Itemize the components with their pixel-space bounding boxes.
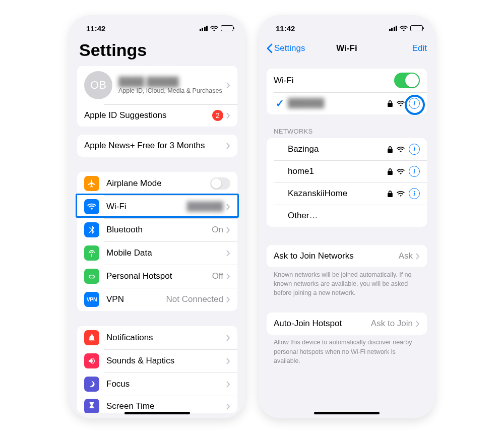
networks-header: Networks: [267, 126, 427, 138]
wifi-toggle[interactable]: [394, 73, 420, 88]
info-button[interactable]: i: [409, 188, 420, 199]
apple-id-suggestions-row[interactable]: Apple ID Suggestions 2: [77, 104, 237, 127]
wifi-status-icon: [210, 25, 218, 31]
wifi-signal-icon: [397, 100, 405, 106]
info-button[interactable]: i: [409, 98, 420, 109]
lock-icon: [388, 168, 393, 175]
network-row[interactable]: KazanskiiHomei: [267, 182, 427, 205]
chevron-right-icon: [226, 381, 230, 388]
vpn-label: VPN: [106, 294, 166, 304]
vpn-value: Not Connected: [166, 294, 223, 304]
wifi-toggle-label: Wi-Fi: [274, 76, 394, 86]
phone-wifi: 11:42 Settings Wi-Fi Edit Wi-Fi ✓ ██████: [259, 15, 435, 418]
wifi-status-icon: [400, 25, 408, 31]
moon-icon: [84, 377, 99, 392]
connected-network-name: ██████: [288, 98, 324, 108]
home-indicator[interactable]: [124, 412, 190, 414]
network-row[interactable]: Bazingai: [267, 138, 427, 160]
chevron-right-icon: [226, 403, 230, 410]
hotspot-icon: [84, 269, 99, 284]
avatar: OB: [84, 71, 112, 99]
airplane-icon: [84, 176, 99, 191]
status-bar: 11:42: [259, 15, 435, 37]
focus-row[interactable]: Focus: [77, 373, 237, 396]
sounds-label: Sounds & Haptics: [106, 356, 226, 366]
network-name: home1: [288, 166, 388, 176]
personal-hotspot-row[interactable]: Personal Hotspot Off: [77, 265, 237, 288]
apple-id-row[interactable]: OB ████ █████ Apple ID, iCloud, Media & …: [77, 66, 237, 104]
home-indicator[interactable]: [314, 412, 380, 414]
lock-icon: [388, 100, 393, 107]
chevron-right-icon: [226, 204, 230, 210]
cellular-signal-icon: [389, 26, 398, 31]
profile-subtitle: Apple ID, iCloud, Media & Purchases: [118, 87, 226, 94]
chevron-right-icon: [226, 112, 230, 119]
battery-icon: [221, 25, 233, 31]
nav-bar: Settings Wi-Fi Edit: [259, 37, 435, 59]
airplane-label: Airplane Mode: [106, 178, 210, 189]
sounds-haptics-row[interactable]: Sounds & Haptics: [77, 349, 237, 373]
status-indicators: [389, 25, 423, 31]
hourglass-icon: [84, 399, 99, 413]
badge: 2: [212, 110, 223, 121]
auto-join-label: Auto-Join Hotspot: [274, 319, 371, 329]
apple-news-promo-row[interactable]: Apple News+ Free for 3 Months: [77, 135, 237, 157]
chevron-right-icon: [226, 227, 230, 233]
wifi-row[interactable]: Wi-Fi ██████: [77, 195, 237, 218]
bluetooth-row[interactable]: Bluetooth On: [77, 218, 237, 241]
info-button[interactable]: i: [409, 144, 420, 155]
apple-id-suggestions-label: Apple ID Suggestions: [84, 110, 212, 120]
back-button[interactable]: Settings: [267, 43, 305, 53]
status-time: 11:42: [86, 24, 105, 33]
chevron-right-icon: [226, 82, 230, 89]
screen-time-row[interactable]: Screen Time: [77, 396, 237, 413]
nav-title: Wi-Fi: [336, 43, 357, 53]
other-network-row[interactable]: Other…: [267, 205, 427, 227]
ask-to-join-row[interactable]: Ask to Join Networks Ask: [267, 245, 427, 267]
airplane-mode-row[interactable]: Airplane Mode: [77, 172, 237, 195]
back-label: Settings: [274, 43, 305, 53]
chevron-right-icon: [226, 143, 230, 149]
edit-button[interactable]: Edit: [412, 43, 427, 53]
chevron-right-icon: [416, 321, 420, 327]
connected-network-row[interactable]: ✓ ██████ i: [267, 92, 427, 114]
wifi-icon: [84, 199, 99, 214]
chevron-right-icon: [416, 253, 420, 260]
ask-to-join-value: Ask: [399, 251, 413, 261]
mobile-data-row[interactable]: Mobile Data: [77, 241, 237, 265]
promo-label: Apple News+ Free for 3 Months: [84, 141, 226, 151]
focus-label: Focus: [106, 379, 226, 389]
lock-icon: [388, 146, 393, 153]
lock-icon: [388, 191, 393, 197]
screen-time-label: Screen Time: [106, 401, 226, 411]
network-name: KazanskiiHome: [288, 189, 388, 199]
network-name: Bazinga: [288, 144, 388, 154]
status-indicators: [200, 25, 234, 31]
wifi-signal-icon: [397, 191, 405, 197]
hotspot-label: Personal Hotspot: [106, 271, 212, 281]
page-title: Settings: [69, 37, 245, 66]
auto-join-hotspot-row[interactable]: Auto-Join Hotspot Ask to Join: [267, 313, 427, 335]
wifi-signal-icon: [397, 168, 405, 174]
auto-join-footer: Allow this device to automatically disco…: [267, 335, 427, 365]
network-row[interactable]: home1i: [267, 160, 427, 182]
status-bar: 11:42: [69, 15, 245, 37]
cellular-signal-icon: [200, 26, 208, 31]
ask-to-join-footer: Known networks will be joined automatica…: [267, 267, 427, 297]
wifi-toggle-row: Wi-Fi: [267, 69, 427, 92]
auto-join-value: Ask to Join: [371, 319, 413, 329]
speaker-icon: [84, 353, 99, 368]
chevron-right-icon: [226, 296, 230, 303]
battery-icon: [410, 25, 423, 31]
vpn-row[interactable]: VPN VPN Not Connected: [77, 288, 237, 311]
vpn-icon: VPN: [84, 292, 99, 307]
status-time: 11:42: [276, 24, 295, 33]
notifications-label: Notifications: [106, 333, 226, 343]
hotspot-value: Off: [212, 271, 223, 281]
chevron-right-icon: [226, 250, 230, 257]
airplane-toggle[interactable]: [210, 177, 230, 190]
info-button[interactable]: i: [409, 166, 420, 177]
ask-to-join-label: Ask to Join Networks: [274, 251, 399, 261]
chevron-right-icon: [226, 358, 230, 364]
notifications-row[interactable]: Notifications: [77, 326, 237, 349]
